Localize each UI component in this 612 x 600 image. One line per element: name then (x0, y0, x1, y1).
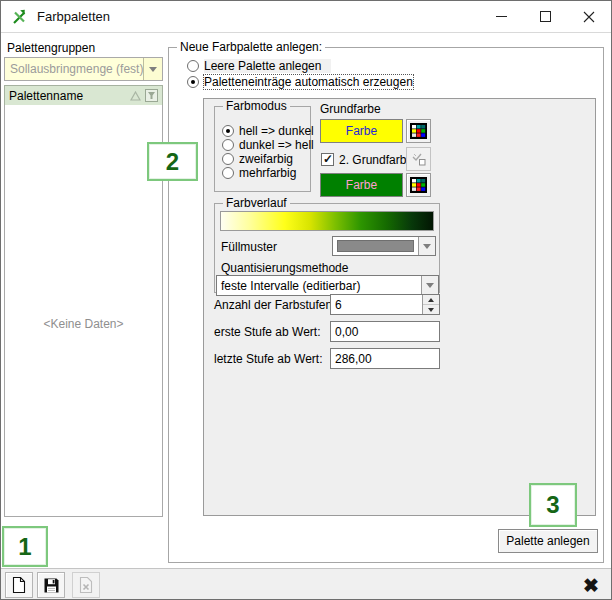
new-palette-toolbar-button[interactable] (5, 572, 33, 598)
spinner-up-button[interactable] (423, 295, 439, 305)
save-floppy-icon (43, 577, 60, 594)
grundfarbe-label: Grundfarbe (320, 102, 381, 116)
palette-group-dropdown-arrow[interactable] (143, 58, 162, 80)
radio-dunkel-hell-circle[interactable] (222, 139, 234, 151)
auto-palette-settings-panel: Farbmodus hell => dunkel dunkel => hell … (203, 98, 596, 516)
radio-mehrfarbig[interactable]: mehrfarbig (222, 165, 296, 180)
color-steps-label: Anzahl der Farbstufen: (214, 298, 335, 312)
color2-button-label: Farbe (346, 178, 377, 192)
sort-ascending-icon[interactable] (130, 91, 141, 101)
palette-group-value: Sollausbringmenge (fest) (5, 62, 143, 76)
new-document-icon (11, 576, 27, 594)
farbverlauf-groupbox: Farbverlauf Füllmuster Quantisierungsmet… (214, 203, 440, 293)
close-button[interactable] (567, 2, 611, 32)
callout-2-number: 2 (166, 148, 179, 176)
radio-hell-dunkel-circle[interactable] (222, 125, 234, 137)
quantisierung-label: Quantisierungsmethode (221, 261, 348, 275)
second-color-checkbox[interactable] (321, 153, 334, 166)
empty-list-placeholder: <Keine Daten> (5, 317, 162, 331)
callout-step-2: 2 (147, 142, 198, 181)
fill-pattern-select[interactable] (332, 236, 436, 256)
last-step-label: letzte Stufe ab Wert: (214, 352, 323, 366)
color2-picker-button[interactable] (406, 173, 431, 197)
bottom-toolbar: ✖ (1, 568, 611, 600)
create-palette-button[interactable]: Palette anlegen (498, 529, 598, 553)
save-palette-toolbar-button[interactable] (37, 572, 65, 598)
quantization-method-value: feste Intervalle (editierbar) (217, 279, 421, 293)
window-title: Farbpaletten (37, 9, 110, 24)
apply-color-button-disabled (406, 147, 431, 171)
create-palette-button-label: Palette anlegen (506, 534, 589, 548)
first-step-input[interactable] (330, 321, 440, 342)
radio-hell-dunkel[interactable]: hell => dunkel (222, 123, 314, 138)
chevron-down-icon (149, 67, 157, 72)
title-bar: Farbpaletten (1, 1, 611, 33)
radio-zweifarbig[interactable]: zweifarbig (222, 151, 293, 166)
chevron-down-icon (426, 283, 434, 288)
filter-icon[interactable] (145, 89, 158, 102)
radio-dunkel-hell[interactable]: dunkel => hell (222, 137, 314, 152)
quantization-method-select[interactable]: feste Intervalle (editierbar) (216, 275, 439, 296)
color1-picker-button[interactable] (406, 119, 431, 143)
chevron-down-icon (423, 244, 431, 249)
close-x-icon: ✖ (583, 574, 599, 597)
radio-empty-palette-circle[interactable] (187, 60, 199, 72)
callout-1-number: 1 (18, 533, 31, 561)
radio-auto-entries-circle[interactable] (187, 76, 199, 88)
palette-name-column-header[interactable]: Palettenname (4, 85, 163, 106)
close-icon (583, 11, 595, 23)
color-steps-input[interactable] (331, 295, 422, 314)
chevron-down-icon (428, 308, 434, 312)
palette-list[interactable]: <Keine Daten> (4, 105, 163, 517)
farbmodus-groupbox: Farbmodus hell => dunkel dunkel => hell … (214, 106, 311, 192)
minimize-icon (496, 16, 507, 17)
color-palette-icon (410, 123, 427, 139)
radio-auto-entries[interactable]: Paletteneinträge automatisch erzeugen (187, 74, 413, 89)
farbmodus-title: Farbmodus (223, 99, 290, 113)
radio-empty-palette[interactable]: Leere Palette anlegen (187, 58, 331, 73)
radio-zweifarbig-circle[interactable] (222, 153, 234, 165)
last-step-input[interactable] (330, 348, 440, 369)
minimize-button[interactable] (479, 2, 523, 32)
new-palette-groupbox-title: Neue Farbpalette anlegen: (177, 40, 325, 54)
color-steps-spinner[interactable] (330, 294, 440, 315)
app-logo-icon (11, 8, 29, 26)
chevron-up-icon (428, 298, 434, 302)
callout-3-number: 3 (546, 491, 559, 519)
second-color-checkbox-row[interactable]: 2. Grundfarbe (321, 152, 413, 167)
second-color-checkbox-label: 2. Grundfarbe (339, 153, 413, 167)
radio-dunkel-hell-label: dunkel => hell (239, 138, 314, 152)
first-step-label: erste Stufe ab Wert: (214, 325, 321, 339)
delete-palette-toolbar-button-disabled (72, 572, 100, 598)
farbpaletten-dialog: Farbpaletten Palettengruppen Sollausbrin… (0, 0, 612, 600)
palette-groups-label: Palettengruppen (7, 41, 95, 55)
fill-pattern-swatch (337, 240, 414, 252)
callout-step-3: 3 (529, 483, 577, 527)
gradient-preview (220, 211, 434, 231)
palette-group-select[interactable]: Sollausbringmenge (fest) (4, 57, 163, 81)
dialog-close-button[interactable]: ✖ (578, 572, 604, 598)
delete-document-icon (78, 576, 94, 594)
maximize-icon (540, 11, 551, 22)
quantization-dropdown-arrow[interactable] (421, 276, 438, 295)
maximize-button[interactable] (523, 2, 567, 32)
fuellmuster-label: Füllmuster (221, 240, 277, 254)
radio-auto-entries-label: Paletteneinträge automatisch erzeugen (204, 75, 413, 89)
radio-zweifarbig-label: zweifarbig (239, 152, 293, 166)
callout-step-1: 1 (2, 526, 48, 567)
color2-button[interactable]: Farbe (320, 173, 403, 197)
color1-button[interactable]: Farbe (320, 119, 403, 143)
color-palette-icon (410, 177, 427, 193)
radio-mehrfarbig-label: mehrfarbig (239, 166, 296, 180)
spinner-down-button[interactable] (423, 305, 439, 314)
farbverlauf-title: Farbverlauf (223, 196, 290, 210)
assign-check-icon (411, 151, 427, 167)
radio-empty-palette-label: Leere Palette anlegen (204, 59, 331, 73)
radio-mehrfarbig-circle[interactable] (222, 167, 234, 179)
color1-button-label: Farbe (346, 124, 377, 138)
palette-name-header-label: Palettenname (9, 89, 130, 103)
radio-hell-dunkel-label: hell => dunkel (239, 124, 314, 138)
fill-pattern-dropdown-arrow[interactable] (418, 237, 435, 255)
